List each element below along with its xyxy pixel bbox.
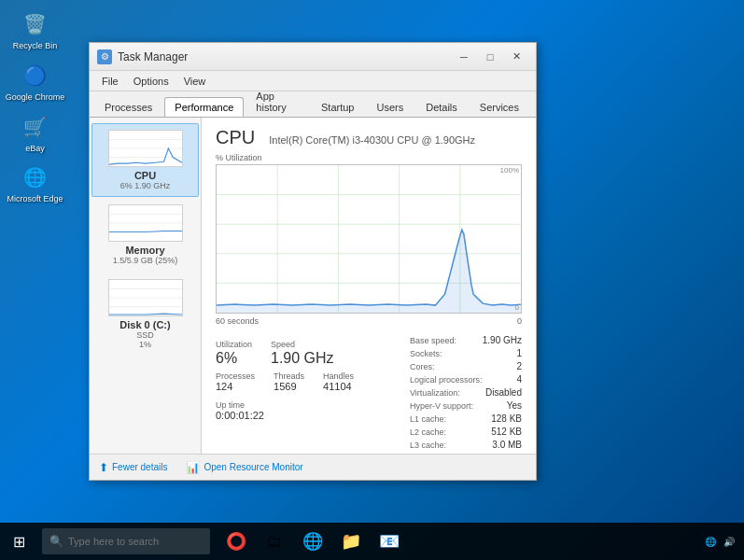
maximize-button[interactable]: □ xyxy=(478,48,502,66)
tabs-bar: Processes Performance App history Startu… xyxy=(90,91,536,118)
taskbar-explorer[interactable]: 📁 xyxy=(334,525,368,558)
l1-value: 128 KB xyxy=(491,413,522,424)
taskbar: ⊞ 🔍 ⭕ 🗂 🌐 📁 📧 🌐 🔊 xyxy=(0,523,744,560)
handles-value: 41104 xyxy=(323,381,354,393)
ebay-icon[interactable]: 🛒 eBay xyxy=(5,112,65,154)
sidebar-item-disk[interactable]: Disk 0 (C:) SSD 1% xyxy=(91,273,199,356)
close-button[interactable]: ✕ xyxy=(504,48,528,66)
l2-label: L2 cache: xyxy=(410,427,446,437)
minimize-button[interactable]: ─ xyxy=(452,48,476,66)
chart-max-label: 100% xyxy=(500,166,519,175)
sidebar-item-memory[interactable]: Memory 1.5/5.9 GB (25%) xyxy=(91,198,199,272)
tab-performance[interactable]: Performance xyxy=(164,97,244,117)
util-speed-row: Utilization 6% Speed 1.90 GHz xyxy=(216,340,396,367)
fewer-details-label: Fewer details xyxy=(112,462,167,472)
menu-options[interactable]: Options xyxy=(126,74,176,89)
stats-area: Utilization 6% Speed 1.90 GHz Processes xyxy=(216,335,522,450)
svg-rect-12 xyxy=(217,165,521,313)
speed-value: 1.90 GHz xyxy=(271,349,334,367)
base-speed-value: 1.90 GHz xyxy=(483,335,522,345)
perf-subtitle: Intel(R) Core(TM) i3-4030U CPU @ 1.90GHz xyxy=(269,134,475,146)
start-button[interactable]: ⊞ xyxy=(0,523,37,560)
proc-label: Processes xyxy=(216,371,255,381)
chart-utilization-label: % Utilization xyxy=(216,153,522,162)
fewer-details-link[interactable]: ⬆ Fewer details xyxy=(99,461,167,474)
window-title: Task Manager xyxy=(118,50,452,63)
menu-file[interactable]: File xyxy=(94,74,126,89)
right-stats-panel: Base speed: 1.90 GHz Sockets: 1 Cores: 2 xyxy=(410,335,522,450)
logical-value: 4 xyxy=(516,374,522,385)
base-speed-row: Base speed: 1.90 GHz xyxy=(410,335,522,345)
sidebar-disk-sub: SSD xyxy=(136,330,154,340)
fewer-details-icon: ⬆ xyxy=(99,461,108,474)
taskbar-cortana[interactable]: ⭕ xyxy=(219,525,253,558)
l2-value: 512 KB xyxy=(491,427,522,437)
tab-users[interactable]: Users xyxy=(366,97,414,117)
cores-value: 2 xyxy=(516,361,522,371)
sidebar-memory-title: Memory xyxy=(125,245,164,256)
taskbar-search-box[interactable]: 🔍 xyxy=(42,528,210,554)
l1-cache-row: L1 cache: 128 KB xyxy=(410,413,522,424)
cpu-chart-container: 100% 0 xyxy=(216,164,522,314)
chart-min-label: 0 xyxy=(515,303,519,312)
tab-startup[interactable]: Startup xyxy=(311,97,364,117)
sidebar-disk-title: Disk 0 (C:) xyxy=(119,319,170,330)
taskbar-mail[interactable]: 📧 xyxy=(372,525,406,558)
speed-stat: Speed 1.90 GHz xyxy=(271,340,334,367)
performance-detail: CPU Intel(R) Core(TM) i3-4030U CPU @ 1.9… xyxy=(202,118,536,454)
title-bar: ⚙ Task Manager ─ □ ✕ xyxy=(90,43,536,71)
chart-time-end: 0 xyxy=(517,316,522,326)
threads-value: 1569 xyxy=(274,381,304,393)
hyper-v-label: Hyper-V support: xyxy=(410,401,473,411)
sidebar-cpu-sub: 6% 1.90 GHz xyxy=(120,181,171,190)
tab-services[interactable]: Services xyxy=(470,97,529,117)
taskbar-right: 🌐 🔊 xyxy=(705,537,735,547)
content-area: CPU 6% 1.90 GHz Memory 1.5/5 xyxy=(90,118,536,454)
taskbar-volume-icon: 🔊 xyxy=(723,537,735,547)
base-speed-label: Base speed: xyxy=(410,336,456,345)
uptime-value: 0:00:01:22 xyxy=(216,410,396,422)
hyper-v-value: Yes xyxy=(507,400,522,411)
sockets-label: Sockets: xyxy=(410,349,442,358)
perf-title: CPU xyxy=(216,127,255,148)
taskbar-edge[interactable]: 🌐 xyxy=(296,525,330,558)
utilization-stat: Utilization 6% xyxy=(216,340,252,367)
cores-label: Cores: xyxy=(410,362,435,371)
tab-app-history[interactable]: App history xyxy=(246,86,309,117)
sidebar-disk-percent: 1% xyxy=(139,340,151,349)
tab-processes[interactable]: Processes xyxy=(94,97,162,117)
virt-value: Disabled xyxy=(485,387,522,398)
memory-mini-graph xyxy=(108,204,183,242)
util-label: Utilization xyxy=(216,340,252,349)
desktop-icons-area: 🗑️ Recycle Bin 🔵 Google Chrome 🛒 eBay 🌐 … xyxy=(0,0,70,504)
virt-label: Virtualization: xyxy=(410,388,460,398)
logical-procs-row: Logical processors: 4 xyxy=(410,374,522,385)
open-resource-monitor-link[interactable]: 📊 Open Resource Monitor xyxy=(186,461,302,474)
search-input[interactable] xyxy=(68,536,199,547)
sidebar-memory-sub: 1.5/5.9 GB (25%) xyxy=(113,256,178,265)
tab-details[interactable]: Details xyxy=(415,97,468,117)
l2-cache-row: L2 cache: 512 KB xyxy=(410,427,522,437)
uptime-label: Up time xyxy=(216,400,396,410)
hyper-v-row: Hyper-V support: Yes xyxy=(410,400,522,411)
logical-label: Logical processors: xyxy=(410,375,483,385)
sockets-row: Sockets: 1 xyxy=(410,348,522,358)
sidebar-item-cpu[interactable]: CPU 6% 1.90 GHz xyxy=(91,123,199,197)
menu-view[interactable]: View xyxy=(176,74,214,89)
chrome-icon[interactable]: 🔵 Google Chrome xyxy=(5,61,65,103)
window-controls: ─ □ ✕ xyxy=(452,48,528,66)
resource-monitor-label: Open Resource Monitor xyxy=(204,462,302,472)
edge-icon[interactable]: 🌐 Microsoft Edge xyxy=(5,162,65,204)
taskbar-task-view[interactable]: 🗂 xyxy=(258,525,291,558)
processes-stat: Processes 124 xyxy=(216,371,255,393)
right-stats: Base speed: 1.90 GHz Sockets: 1 Cores: 2 xyxy=(410,335,522,450)
desktop: 🗑️ Recycle Bin 🔵 Google Chrome 🛒 eBay 🌐 … xyxy=(0,0,744,560)
task-manager-icon: ⚙ xyxy=(97,49,112,64)
uptime-section: Up time 0:00:01:22 xyxy=(216,400,396,422)
virtualization-row: Virtualization: Disabled xyxy=(410,387,522,398)
menu-bar: File Options View xyxy=(90,71,536,91)
recycle-bin-icon[interactable]: 🗑️ Recycle Bin xyxy=(5,9,65,51)
proc-value: 124 xyxy=(216,381,255,393)
handles-stat: Handles 41104 xyxy=(323,371,354,393)
task-manager-window: ⚙ Task Manager ─ □ ✕ File Options View P… xyxy=(89,42,537,481)
